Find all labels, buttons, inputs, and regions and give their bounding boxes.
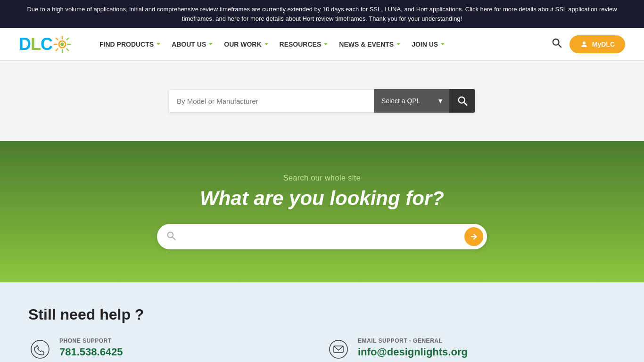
nav-our-work[interactable]: OUR WORK	[219, 37, 272, 52]
email-support-text: EMAIL SUPPORT - GENERAL info@designlight…	[358, 337, 468, 358]
phone-support-label: PHONE SUPPORT	[59, 337, 123, 344]
phone-support-text: PHONE SUPPORT 781.538.6425	[59, 337, 123, 358]
announcement-banner: Due to a high volume of applications, in…	[0, 0, 644, 28]
email-support-label: EMAIL SUPPORT - GENERAL	[358, 337, 468, 344]
nav-news-events[interactable]: NEWS & EVENTS	[334, 37, 405, 52]
product-search-button[interactable]	[449, 89, 475, 113]
nav-resources[interactable]: RESOURCES	[275, 37, 333, 52]
logo-letter-l: L	[31, 34, 41, 54]
help-title: Still need help ?	[28, 306, 616, 323]
site-logo[interactable]: DLC	[19, 35, 71, 53]
mydlc-button[interactable]: MyDLC	[570, 35, 625, 53]
user-icon	[580, 40, 588, 49]
qpl-select[interactable]: Select a QPL SSL QPL LUNA QPL Hort QPL	[374, 89, 449, 113]
help-grid: PHONE SUPPORT 781.538.6425 EMAIL SUPPORT…	[28, 337, 616, 361]
svg-point-20	[330, 340, 347, 358]
svg-line-5	[67, 49, 69, 50]
nav-news-events-arrow	[396, 43, 400, 45]
svg-line-17	[173, 237, 175, 239]
banner-text: Due to a high volume of applications, in…	[27, 6, 617, 22]
main-nav: FIND PRODUCTS ABOUT US OUR WORK RESOURCE…	[95, 37, 552, 52]
nav-find-products[interactable]: FIND PRODUCTS	[95, 37, 165, 52]
arrow-right-icon	[470, 232, 478, 241]
nav-join-us[interactable]: JOIN US	[407, 37, 449, 52]
logo-letter-d: D	[19, 34, 31, 54]
nav-about-us-arrow	[209, 43, 213, 45]
svg-line-6	[67, 38, 69, 40]
site-header: DLC FIND PRODUCTS	[0, 28, 644, 61]
svg-point-19	[31, 340, 49, 358]
email-icon	[327, 337, 350, 361]
site-search-title: What are you looking for?	[200, 187, 444, 210]
email-support-value: info@designlights.org	[358, 346, 468, 358]
phone-support-item: PHONE SUPPORT 781.538.6425	[28, 337, 317, 361]
nav-our-work-arrow	[264, 43, 268, 45]
header-search-button[interactable]	[552, 38, 562, 50]
site-search-icon	[166, 231, 176, 243]
svg-point-13	[583, 41, 586, 44]
svg-point-10	[60, 42, 64, 46]
svg-line-4	[56, 38, 58, 40]
qpl-select-wrapper: Select a QPL SSL QPL LUNA QPL Hort QPL ▼	[374, 89, 449, 113]
svg-line-15	[464, 102, 467, 105]
header-actions: MyDLC	[552, 35, 625, 53]
search-icon	[457, 96, 468, 106]
site-search-section: Search our whole site What are you looki…	[0, 141, 644, 282]
phone-support-value: 781.538.6425	[59, 346, 123, 358]
svg-line-12	[558, 44, 561, 47]
site-search-bar	[157, 224, 487, 249]
logo-letter-c: C	[41, 34, 52, 54]
svg-line-7	[56, 49, 58, 50]
email-support-item: EMAIL SUPPORT - GENERAL info@designlight…	[327, 337, 616, 361]
logo-sun-icon	[53, 35, 71, 53]
nav-find-products-arrow	[157, 43, 160, 45]
site-search-input[interactable]	[181, 232, 464, 241]
site-search-go-button[interactable]	[464, 227, 483, 246]
site-search-subtitle: Search our whole site	[283, 174, 361, 182]
hero-section: Select a QPL SSL QPL LUNA QPL Hort QPL ▼	[0, 61, 644, 141]
product-search-input[interactable]	[169, 89, 374, 113]
nav-join-us-arrow	[441, 43, 445, 45]
phone-icon	[28, 337, 52, 361]
nav-resources-arrow	[324, 43, 328, 45]
nav-about-us[interactable]: ABOUT US	[167, 37, 217, 52]
product-search-bar: Select a QPL SSL QPL LUNA QPL Hort QPL ▼	[169, 89, 475, 113]
help-section: Still need help ? PHONE SUPPORT 781.538.…	[0, 282, 644, 362]
